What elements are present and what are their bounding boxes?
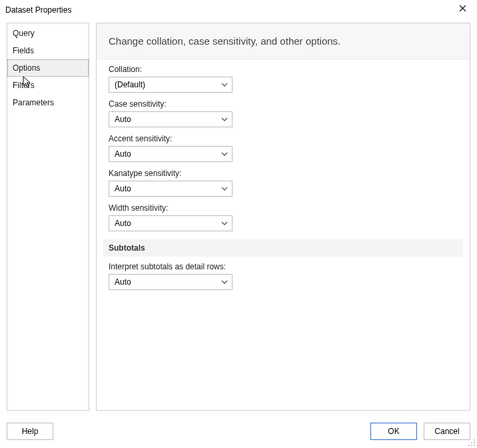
accent-sensitivity-select[interactable]: Auto	[109, 146, 233, 162]
kanatype-sensitivity-select[interactable]: Auto	[109, 181, 233, 197]
case-sensitivity-value: Auto	[115, 115, 131, 124]
help-button[interactable]: Help	[7, 423, 53, 440]
svg-point-2	[474, 442, 475, 443]
dialog-footer: Help OK Cancel	[7, 423, 470, 440]
collation-value: (Default)	[115, 80, 145, 89]
case-sensitivity-label: Case sensitivity:	[109, 99, 458, 109]
sidebar-item-query[interactable]: Query	[7, 25, 89, 42]
accent-sensitivity-value: Auto	[115, 149, 131, 159]
content-panel: Change collation, case sensitivity, and …	[96, 23, 470, 411]
ok-button[interactable]: OK	[370, 423, 417, 440]
resize-grip-icon[interactable]	[468, 439, 476, 447]
chevron-down-icon	[221, 220, 228, 227]
close-button[interactable]	[456, 3, 469, 16]
chevron-down-icon	[221, 279, 228, 285]
svg-point-0	[474, 439, 475, 441]
sidebar-item-fields[interactable]: Fields	[7, 42, 89, 59]
width-sensitivity-value: Auto	[115, 219, 131, 228]
form-area: Collation: (Default) Case sensitivity: A…	[97, 59, 470, 297]
collation-select[interactable]: (Default)	[109, 77, 233, 93]
collation-label: Collation:	[109, 65, 458, 74]
chevron-down-icon	[221, 151, 228, 157]
kanatype-sensitivity-value: Auto	[115, 184, 131, 193]
accent-sensitivity-label: Accent sensitivity:	[109, 134, 458, 143]
interpret-subtotals-value: Auto	[115, 277, 131, 287]
svg-point-3	[468, 445, 470, 446]
width-sensitivity-label: Width sensitivity:	[109, 203, 458, 213]
chevron-down-icon	[221, 116, 228, 123]
case-sensitivity-select[interactable]: Auto	[109, 111, 233, 127]
chevron-down-icon	[221, 81, 228, 88]
close-icon	[459, 5, 466, 14]
sidebar-item-filters[interactable]: Filters	[7, 77, 89, 94]
interpret-subtotals-label: Interpret subtotals as detail rows:	[109, 262, 458, 271]
kanatype-sensitivity-label: Kanatype sensitivity:	[109, 169, 458, 178]
sidebar-item-parameters[interactable]: Parameters	[7, 94, 89, 111]
svg-point-1	[471, 442, 472, 443]
cancel-button[interactable]: Cancel	[424, 423, 470, 440]
sidebar: Query Fields Options Filters Parameters	[7, 23, 89, 411]
interpret-subtotals-select[interactable]: Auto	[109, 274, 233, 290]
svg-point-5	[474, 445, 475, 446]
sidebar-item-options[interactable]: Options	[7, 59, 89, 77]
subtotals-section-header: Subtotals	[103, 239, 463, 257]
titlebar: Dataset Properties	[0, 0, 477, 20]
chevron-down-icon	[221, 185, 228, 192]
svg-point-4	[471, 445, 472, 446]
width-sensitivity-select[interactable]: Auto	[109, 215, 233, 231]
window-title: Dataset Properties	[5, 5, 71, 15]
page-description: Change collation, case sensitivity, and …	[97, 23, 470, 59]
